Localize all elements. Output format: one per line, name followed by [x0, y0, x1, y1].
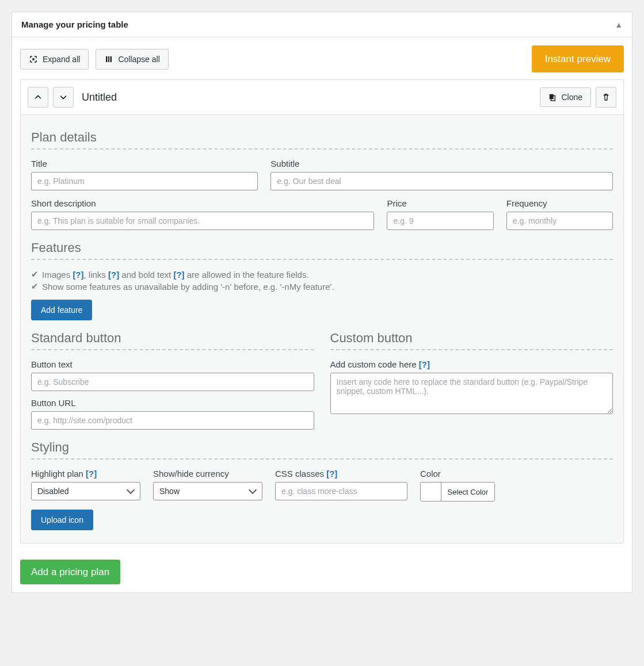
collapse-all-label: Collapse all [118, 55, 159, 63]
add-pricing-plan-button[interactable]: Add a pricing plan [20, 560, 120, 584]
move-plan-up-button[interactable] [28, 87, 48, 108]
title-input[interactable] [31, 172, 258, 190]
add-pricing-plan-label: Add a pricing plan [31, 567, 109, 577]
instant-preview-label: Instant preview [545, 54, 611, 64]
clone-plan-button[interactable]: Clone [540, 87, 591, 107]
check-icon: ✔ [31, 281, 39, 292]
divider [31, 349, 314, 350]
label-frequency: Frequency [506, 198, 613, 208]
help-link-css[interactable]: [?] [326, 469, 337, 479]
panel-title: Manage your pricing table [21, 20, 128, 29]
clone-icon [548, 93, 557, 101]
label-short-description: Short description [31, 198, 374, 208]
label-price: Price [387, 198, 493, 208]
label-custom-code: Add custom code here [?] [330, 359, 613, 369]
help-link-links[interactable]: [?] [108, 270, 119, 280]
css-classes-input[interactable] [275, 482, 407, 500]
expand-icon [29, 55, 38, 64]
pricing-table-panel: Manage your pricing table ▲ Expand all C… [12, 12, 632, 593]
collapse-panel-icon[interactable]: ▲ [615, 20, 623, 29]
divider [31, 148, 613, 150]
section-title-plan-details: Plan details [31, 130, 613, 145]
collapse-icon [104, 55, 113, 64]
chevron-up-icon [34, 93, 42, 101]
subtitle-input[interactable] [270, 172, 613, 190]
upload-icon-button[interactable]: Upload icon [31, 510, 93, 530]
help-link-images[interactable]: [?] [73, 270, 83, 280]
help-link-bold[interactable]: [?] [173, 270, 184, 280]
help-link-custom-code[interactable]: [?] [419, 359, 430, 369]
select-color-label: Select Color [441, 483, 494, 501]
chevron-down-icon [59, 93, 67, 101]
section-title-styling: Styling [31, 440, 613, 455]
svg-rect-4 [550, 94, 554, 99]
expand-all-button[interactable]: Expand all [20, 49, 89, 70]
label-button-text: Button text [31, 359, 314, 369]
svg-rect-0 [32, 58, 34, 60]
plan-title: Untitled [82, 91, 117, 104]
label-highlight-plan: Highlight plan [?] [31, 469, 140, 479]
button-text-input[interactable] [31, 373, 314, 391]
label-color: Color [420, 469, 506, 479]
divider [330, 349, 613, 350]
panel-header[interactable]: Manage your pricing table ▲ [12, 12, 632, 37]
highlight-plan-select[interactable]: Disabled [31, 482, 140, 500]
section-title-features: Features [31, 240, 613, 255]
label-title: Title [31, 159, 258, 169]
move-plan-down-button[interactable] [53, 87, 74, 108]
button-url-input[interactable] [31, 411, 314, 430]
show-currency-select[interactable]: Show [153, 482, 262, 500]
help-link-highlight[interactable]: [?] [86, 469, 97, 479]
svg-rect-2 [108, 56, 109, 62]
label-css-classes: CSS classes [?] [275, 469, 407, 479]
label-show-currency: Show/hide currency [153, 469, 262, 479]
svg-rect-3 [109, 56, 110, 62]
clone-label: Clone [561, 93, 582, 101]
label-button-url: Button URL [31, 398, 314, 408]
collapse-all-button[interactable]: Collapse all [96, 49, 168, 70]
frequency-input[interactable] [506, 212, 613, 230]
toolbar: Expand all Collapse all Instant preview [12, 37, 632, 79]
plan-body: Plan details Title Subtitle Short descri… [21, 115, 623, 543]
short-description-input[interactable] [31, 212, 374, 230]
price-input[interactable] [387, 212, 493, 230]
instant-preview-button[interactable]: Instant preview [532, 45, 624, 72]
trash-icon [602, 93, 610, 101]
divider [31, 458, 613, 460]
svg-rect-1 [106, 56, 112, 62]
panel-footer: Add a pricing plan [12, 552, 632, 592]
upload-icon-label: Upload icon [41, 516, 83, 524]
expand-all-label: Expand all [43, 55, 80, 63]
custom-code-textarea[interactable] [330, 373, 613, 414]
check-icon: ✔ [31, 269, 39, 280]
plan-card: Untitled Clone Plan details Title [20, 79, 624, 543]
color-swatch [421, 483, 441, 501]
delete-plan-button[interactable] [596, 87, 616, 108]
section-title-standard-button: Standard button [31, 331, 314, 346]
add-feature-label: Add feature [41, 306, 82, 314]
label-subtitle: Subtitle [270, 159, 613, 169]
divider [31, 259, 613, 260]
feature-note-1: ✔ Images [?], links [?] and bold text [?… [31, 269, 613, 280]
add-feature-button[interactable]: Add feature [31, 300, 92, 320]
color-picker[interactable]: Select Color [420, 482, 495, 502]
plan-card-header: Untitled Clone [21, 80, 623, 115]
section-title-custom-button: Custom button [330, 331, 613, 346]
feature-note-2: ✔ Show some features as unavailable by a… [31, 281, 613, 292]
